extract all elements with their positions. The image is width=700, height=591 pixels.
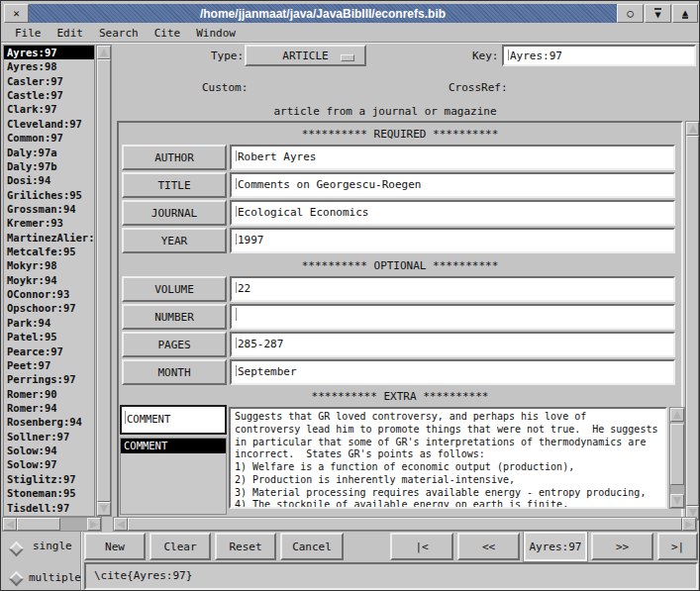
list-item[interactable]: Stiglitz:97 bbox=[4, 472, 94, 486]
list-item[interactable]: Dosi:94 bbox=[4, 173, 94, 187]
comment-vertical-scrollbar[interactable] bbox=[669, 407, 685, 509]
list-item[interactable]: Patel:95 bbox=[4, 330, 94, 344]
new-button[interactable]: New bbox=[84, 533, 146, 560]
list-item[interactable]: Moykr:94 bbox=[4, 273, 94, 287]
form-scroll-thumb[interactable] bbox=[686, 136, 699, 506]
nav-last-button[interactable]: >| bbox=[657, 533, 698, 560]
nav-current-key-field[interactable]: Ayres:97 bbox=[524, 532, 587, 561]
scroll-down-icon[interactable] bbox=[97, 502, 111, 516]
list-item[interactable]: Griliches:95 bbox=[4, 188, 94, 202]
form-vertical-scrollbar[interactable] bbox=[685, 121, 700, 521]
list-item[interactable]: Clark:97 bbox=[4, 102, 94, 116]
list-item[interactable]: Mokyr:98 bbox=[4, 258, 94, 272]
mode-single-radio[interactable] bbox=[11, 540, 22, 558]
maximize-button[interactable]: ▲ bbox=[672, 4, 698, 23]
list-item[interactable]: Kremer:93 bbox=[4, 216, 94, 230]
sidebar-scroll-trough[interactable] bbox=[97, 59, 111, 502]
list-item[interactable]: Tisdell:97 bbox=[4, 501, 94, 515]
close-button[interactable]: ✕ bbox=[4, 4, 29, 23]
clear-button[interactable]: Clear bbox=[150, 533, 211, 560]
journal-field-button[interactable]: JOURNAL bbox=[122, 200, 227, 226]
year-field-button[interactable]: YEAR bbox=[122, 228, 227, 253]
nav-next-button[interactable]: >> bbox=[591, 533, 653, 560]
scroll-up-icon[interactable] bbox=[670, 408, 684, 422]
list-item[interactable]: Perrings:97 bbox=[4, 372, 94, 386]
volume-field-button[interactable]: VOLUME bbox=[122, 276, 227, 302]
sidebar-hscroll-thumb[interactable] bbox=[17, 518, 60, 531]
list-item[interactable]: Castle:97 bbox=[4, 88, 94, 102]
form-hscroll-thumb[interactable] bbox=[128, 518, 682, 531]
number-field-button[interactable]: NUMBER bbox=[122, 304, 227, 330]
list-item[interactable]: MartinezAlier:97 bbox=[4, 231, 94, 245]
nav-first-button[interactable]: |< bbox=[390, 533, 453, 560]
pages-input[interactable]: 285-287 bbox=[230, 332, 675, 357]
list-item[interactable]: Solow:94 bbox=[4, 443, 94, 457]
menu-window[interactable]: Window bbox=[196, 27, 236, 40]
list-item[interactable]: Rosenberg:94 bbox=[4, 415, 94, 429]
mode-multiple-radio[interactable] bbox=[11, 569, 22, 588]
scroll-down-icon[interactable] bbox=[670, 494, 684, 508]
cancel-button[interactable]: Cancel bbox=[280, 533, 344, 560]
list-item[interactable]: Solow:97 bbox=[4, 457, 94, 471]
volume-input[interactable]: 22 bbox=[230, 276, 675, 302]
list-item[interactable]: Daly:97b bbox=[4, 159, 94, 173]
scroll-up-icon[interactable] bbox=[686, 122, 699, 136]
title-input[interactable]: Comments on Georgescu-Roegen bbox=[230, 172, 675, 198]
scroll-left-icon[interactable] bbox=[114, 518, 128, 531]
extra-field-name-input[interactable]: COMMENT bbox=[120, 405, 227, 435]
list-item[interactable]: Peet:97 bbox=[4, 358, 94, 372]
comment-scroll-thumb[interactable] bbox=[670, 424, 684, 485]
window-menu-button[interactable]: ○ bbox=[617, 4, 644, 23]
author-field-button[interactable]: AUTHOR bbox=[122, 145, 227, 170]
list-item[interactable]: Park:94 bbox=[4, 316, 94, 330]
scroll-right-icon[interactable] bbox=[87, 518, 101, 531]
list-item[interactable]: OConnor:93 bbox=[4, 287, 94, 301]
list-item[interactable]: Stoneman:95 bbox=[4, 486, 94, 500]
sidebar-horizontal-scrollbar[interactable] bbox=[2, 517, 102, 532]
nav-prev-button[interactable]: << bbox=[457, 533, 520, 560]
author-input[interactable]: Robert Ayres bbox=[230, 145, 675, 170]
cite-command-field[interactable]: \cite{Ayres:97} bbox=[84, 562, 698, 590]
list-item[interactable]: Ayres:98 bbox=[4, 59, 94, 73]
month-input[interactable]: September bbox=[230, 359, 675, 385]
list-item[interactable]: Metcalfe:95 bbox=[4, 245, 94, 258]
list-item[interactable]: Grossman:94 bbox=[4, 202, 94, 216]
menu-file[interactable]: File bbox=[15, 27, 42, 40]
list-item[interactable]: Daly:97a bbox=[4, 146, 94, 159]
menu-edit[interactable]: Edit bbox=[57, 27, 84, 40]
sidebar-scroll-thumb[interactable] bbox=[97, 59, 111, 502]
scroll-left-icon[interactable] bbox=[3, 518, 17, 531]
titlebar[interactable]: /home/jjanmaat/java/JavaBibIII/econrefs.… bbox=[29, 4, 617, 23]
list-item[interactable]: Ayres:97 bbox=[4, 46, 94, 59]
list-item[interactable]: Sollner:97 bbox=[4, 430, 94, 443]
menu-cite[interactable]: Cite bbox=[154, 27, 181, 40]
list-item[interactable]: Common:97 bbox=[4, 131, 94, 145]
comment-scroll-trough[interactable] bbox=[670, 422, 684, 494]
shade-button[interactable]: ▼ bbox=[645, 4, 671, 23]
menu-search[interactable]: Search bbox=[99, 27, 139, 40]
list-item[interactable]: Pearce:97 bbox=[4, 345, 94, 358]
list-item[interactable]: Romer:90 bbox=[4, 387, 94, 401]
sidebar-hscroll-trough[interactable] bbox=[17, 518, 87, 531]
sidebar-vertical-scrollbar[interactable] bbox=[96, 45, 112, 517]
year-input[interactable]: 1997 bbox=[230, 228, 675, 253]
number-input[interactable] bbox=[230, 304, 675, 330]
form-scroll-trough[interactable] bbox=[686, 136, 699, 506]
scroll-right-icon[interactable] bbox=[682, 518, 696, 531]
pages-field-button[interactable]: PAGES bbox=[122, 332, 227, 357]
scroll-up-icon[interactable] bbox=[97, 46, 111, 59]
type-dropdown[interactable]: ARTICLE bbox=[245, 45, 366, 66]
reset-button[interactable]: Reset bbox=[215, 533, 276, 560]
form-horizontal-scrollbar[interactable] bbox=[113, 517, 697, 532]
journal-input[interactable]: Ecological Economics bbox=[230, 200, 675, 226]
form-hscroll-trough[interactable] bbox=[128, 518, 682, 531]
list-item[interactable]: Romer:94 bbox=[4, 401, 94, 415]
comment-textarea[interactable]: Suggests that GR loved controversy, and … bbox=[229, 407, 667, 509]
title-field-button[interactable]: TITLE bbox=[122, 172, 227, 198]
list-item[interactable]: Casler:97 bbox=[4, 74, 94, 88]
month-field-button[interactable]: MONTH bbox=[122, 359, 227, 385]
key-field[interactable]: Ayres:97 bbox=[502, 45, 696, 66]
list-item[interactable]: Cleveland:97 bbox=[4, 117, 94, 131]
list-item[interactable]: Opschoor:97 bbox=[4, 301, 94, 315]
list-item[interactable]: COMMENT bbox=[121, 439, 226, 453]
